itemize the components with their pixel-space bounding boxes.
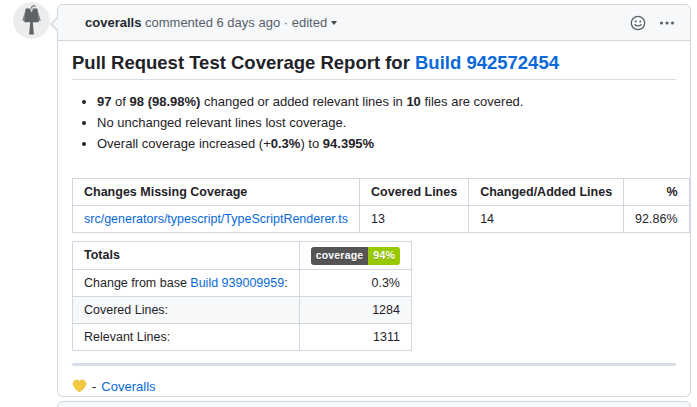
- change-from-base-value: 0.3%: [299, 269, 411, 296]
- file-link[interactable]: src/generators/typescript/TypeScriptRend…: [84, 212, 348, 226]
- coveralls-link[interactable]: Coveralls: [101, 379, 155, 394]
- col-changes-missing-coverage: Changes Missing Coverage: [73, 179, 360, 206]
- covered-lines-total: 1284: [299, 296, 411, 323]
- text: changed or added relevant lines in: [200, 94, 406, 109]
- file-count: 10: [406, 94, 420, 109]
- badge-label: coverage: [311, 247, 369, 265]
- add-reaction-button[interactable]: [630, 15, 646, 31]
- covered-lines-label: Covered Lines:: [73, 296, 300, 323]
- table-header-row: Changes Missing Coverage Covered Lines C…: [73, 179, 690, 206]
- totals-header-row: Totals coverage94%: [73, 242, 412, 270]
- table-row: src/generators/typescript/TypeScriptRend…: [73, 206, 690, 233]
- text: files are covered.: [421, 94, 524, 109]
- timeline-comment: coveralls commented 6 days ago · edited: [57, 4, 691, 397]
- totals-table: Totals coverage94% Change from base Buil…: [72, 241, 412, 351]
- report-title-text: Pull Request Test Coverage Report for: [72, 52, 415, 73]
- coverage-delta: 0.3%: [271, 136, 301, 151]
- summary-list: 97 of 98 (98.98%) changed or added relev…: [72, 92, 676, 154]
- changed-added-lines-value: 14: [469, 206, 624, 233]
- covered-lines-value: 13: [360, 206, 469, 233]
- comment-caret-inner: [52, 16, 60, 32]
- percent-value: 92.86%: [624, 206, 689, 233]
- badge-value: 94%: [368, 247, 400, 265]
- comment-author-link[interactable]: coveralls: [85, 15, 141, 30]
- summary-item-coverage: 97 of 98 (98.98%) changed or added relev…: [97, 92, 676, 112]
- next-timeline-item-edge: [57, 401, 691, 407]
- coverage-badge[interactable]: coverage94%: [311, 247, 400, 265]
- coveralls-avatar[interactable]: [13, 2, 50, 39]
- edited-label: edited: [292, 15, 327, 30]
- build-link[interactable]: Build 942572454: [415, 52, 559, 73]
- text: Overall coverage increased (+: [97, 136, 271, 151]
- relevant-lines-total: 1311: [299, 323, 411, 350]
- report-title: Pull Request Test Coverage Report for Bu…: [72, 51, 676, 80]
- footer-divider: [72, 363, 676, 366]
- relevant-lines-label: Relevant Lines:: [73, 323, 300, 350]
- header-actions: [630, 15, 675, 31]
- edited-dropdown[interactable]: edited: [292, 15, 337, 30]
- comment-header: coveralls commented 6 days ago · edited: [58, 5, 690, 41]
- comment-timestamp[interactable]: commented 6 days ago: [145, 15, 280, 30]
- covered-count: 97: [97, 94, 111, 109]
- totals-label: Totals: [73, 242, 300, 270]
- base-build-link[interactable]: Build 939009959: [190, 276, 284, 290]
- text: of: [111, 94, 129, 109]
- text: ) to: [300, 136, 322, 151]
- summary-item-unchanged: No unchanged relevant lines lost coverag…: [97, 113, 676, 133]
- colon: :: [284, 276, 287, 290]
- smiley-icon: [630, 15, 646, 31]
- changes-missing-coverage-table: Changes Missing Coverage Covered Lines C…: [72, 178, 690, 233]
- chevron-down-icon: [331, 21, 337, 25]
- percent-covered: (98.98%): [148, 94, 201, 109]
- change-from-base-row: Change from base Build 939009959: 0.3%: [73, 269, 412, 296]
- change-from-base-text: Change from base: [84, 276, 190, 290]
- overall-coverage: 94.395%: [323, 136, 374, 151]
- coveralls-garment-icon: [13, 2, 50, 39]
- total-count: 98: [130, 94, 144, 109]
- comment-body: Pull Request Test Coverage Report for Bu…: [58, 41, 690, 402]
- col-percent: %: [624, 179, 689, 206]
- footer-dash: -: [92, 379, 96, 394]
- col-covered-lines: Covered Lines: [360, 179, 469, 206]
- kebab-icon: [659, 15, 675, 31]
- relevant-lines-row: Relevant Lines: 1311: [73, 323, 412, 350]
- yellow-heart-icon: [72, 379, 87, 393]
- comment-options-button[interactable]: [659, 15, 675, 31]
- coveralls-footer: - Coveralls: [72, 379, 676, 394]
- covered-lines-row: Covered Lines: 1284: [73, 296, 412, 323]
- summary-item-overall: Overall coverage increased (+0.3%) to 94…: [97, 134, 676, 154]
- col-changed-added-lines: Changed/Added Lines: [469, 179, 624, 206]
